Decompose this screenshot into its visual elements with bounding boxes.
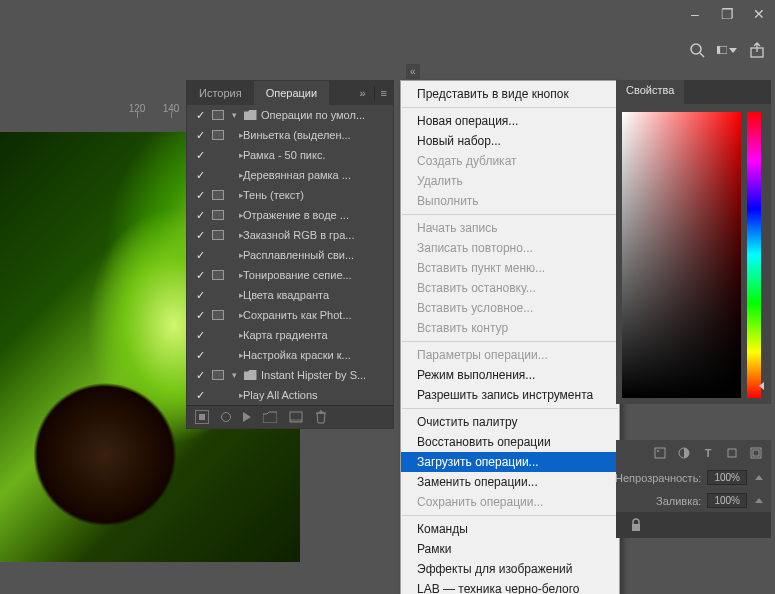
chevron-right-icon[interactable]: ▸ [227, 290, 241, 300]
menu-item[interactable]: Представить в виде кнопок [401, 84, 619, 104]
workspace-icon[interactable] [717, 40, 737, 60]
dialog-toggle[interactable] [209, 230, 227, 240]
action-list: ✓▾Операции по умол...✓▸Виньетка (выделен… [187, 105, 393, 405]
toggle-checkmark[interactable]: ✓ [191, 349, 209, 362]
opacity-dropdown-icon[interactable] [755, 475, 763, 480]
chevron-right-icon[interactable]: ▸ [227, 350, 241, 360]
search-icon[interactable] [687, 40, 707, 60]
action-row[interactable]: ✓▸Тень (текст) [187, 185, 393, 205]
menu-item[interactable]: Восстановить операции [401, 432, 619, 452]
action-row[interactable]: ✓▸Сохранить как Phot... [187, 305, 393, 325]
menu-item[interactable]: Разрешить запись инструмента [401, 385, 619, 405]
toggle-checkmark[interactable]: ✓ [191, 329, 209, 342]
menu-item[interactable]: Рамки [401, 539, 619, 559]
toggle-checkmark[interactable]: ✓ [191, 129, 209, 142]
action-row[interactable]: ✓▸Карта градиента [187, 325, 393, 345]
new-set-icon[interactable] [263, 411, 277, 423]
hue-slider-handle[interactable] [759, 382, 764, 390]
action-row[interactable]: ✓▸Деревянная рамка ... [187, 165, 393, 185]
dialog-toggle[interactable] [209, 270, 227, 280]
chevron-right-icon[interactable]: ▸ [227, 130, 241, 140]
minimize-button[interactable]: – [679, 2, 711, 26]
hue-slider[interactable] [747, 112, 761, 398]
chevron-right-icon[interactable]: ▸ [227, 170, 241, 180]
action-row[interactable]: ✓▸Play All Actions [187, 385, 393, 405]
lock-icon[interactable] [630, 518, 757, 532]
menu-item[interactable]: Загрузить операции... [401, 452, 619, 472]
chevron-right-icon[interactable]: ▸ [227, 230, 241, 240]
chevron-down-icon[interactable]: ▾ [227, 110, 241, 120]
panel-collapse-icon[interactable]: « [406, 64, 420, 79]
menu-item[interactable]: Эффекты для изображений [401, 559, 619, 579]
filter-type-icon[interactable]: T [701, 446, 715, 460]
toggle-checkmark[interactable]: ✓ [191, 369, 209, 382]
menu-item[interactable]: Заменить операции... [401, 472, 619, 492]
play-icon[interactable] [243, 412, 251, 422]
menu-item[interactable]: Новый набор... [401, 131, 619, 151]
menu-item[interactable]: Новая операция... [401, 111, 619, 131]
dialog-toggle[interactable] [209, 210, 227, 220]
chevron-right-icon[interactable]: ▸ [227, 190, 241, 200]
action-row[interactable]: ✓▸Расплавленный сви... [187, 245, 393, 265]
tab-properties[interactable]: Свойства [616, 80, 684, 104]
action-row[interactable]: ✓▸Цвета квадранта [187, 285, 393, 305]
toggle-checkmark[interactable]: ✓ [191, 269, 209, 282]
toggle-checkmark[interactable]: ✓ [191, 289, 209, 302]
stop-record-icon[interactable] [195, 410, 209, 424]
toggle-checkmark[interactable]: ✓ [191, 209, 209, 222]
dialog-toggle[interactable] [209, 110, 227, 120]
action-row[interactable]: ✓▸Настройка краски к... [187, 345, 393, 365]
tab-actions[interactable]: Операции [254, 81, 329, 105]
filter-smart-icon[interactable] [749, 446, 763, 460]
filter-adjustment-icon[interactable] [677, 446, 691, 460]
dialog-toggle[interactable] [209, 310, 227, 320]
action-row[interactable]: ✓▸Виньетка (выделен... [187, 125, 393, 145]
chevron-right-icon[interactable]: ▸ [227, 210, 241, 220]
chevron-right-icon[interactable]: ▸ [227, 150, 241, 160]
panel-menu-icon[interactable]: ≡ [375, 87, 393, 99]
toggle-checkmark[interactable]: ✓ [191, 249, 209, 262]
record-icon[interactable] [221, 412, 231, 422]
new-action-icon[interactable] [289, 411, 303, 423]
action-set-row[interactable]: ✓▾Операции по умол... [187, 105, 393, 125]
close-button[interactable]: ✕ [743, 2, 775, 26]
chevron-right-icon[interactable]: ▸ [227, 250, 241, 260]
share-icon[interactable] [747, 40, 767, 60]
menu-item[interactable]: Команды [401, 519, 619, 539]
menu-item[interactable]: LAB — техника черно-белого [401, 579, 619, 594]
chevron-right-icon[interactable]: ▸ [227, 330, 241, 340]
action-row[interactable]: ✓▸Тонирование сепие... [187, 265, 393, 285]
color-picker[interactable] [616, 104, 771, 404]
chevron-right-icon[interactable]: ▸ [227, 310, 241, 320]
filter-image-icon[interactable] [653, 446, 667, 460]
toggle-checkmark[interactable]: ✓ [191, 389, 209, 402]
tab-history[interactable]: История [187, 81, 254, 105]
action-set-row[interactable]: ✓▾Instant Hipster by S... [187, 365, 393, 385]
toggle-checkmark[interactable]: ✓ [191, 229, 209, 242]
opacity-value[interactable]: 100% [707, 470, 747, 485]
dialog-toggle[interactable] [209, 190, 227, 200]
chevron-right-icon[interactable]: ▸ [227, 390, 241, 400]
chevron-down-icon[interactable]: ▾ [227, 370, 241, 380]
maximize-button[interactable]: ❐ [711, 2, 743, 26]
fill-value[interactable]: 100% [707, 493, 747, 508]
dialog-toggle[interactable] [209, 130, 227, 140]
trash-icon[interactable] [315, 410, 327, 424]
menu-item[interactable]: Очистить палитру [401, 412, 619, 432]
toggle-checkmark[interactable]: ✓ [191, 169, 209, 182]
filter-shape-icon[interactable] [725, 446, 739, 460]
action-row[interactable]: ✓▸Отражение в воде ... [187, 205, 393, 225]
toggle-checkmark[interactable]: ✓ [191, 309, 209, 322]
action-row[interactable]: ✓▸Заказной RGB в гра... [187, 225, 393, 245]
fill-dropdown-icon[interactable] [755, 498, 763, 503]
menu-item[interactable]: Режим выполнения... [401, 365, 619, 385]
color-field[interactable] [622, 112, 741, 398]
chevron-right-icon[interactable]: ▸ [227, 270, 241, 280]
toggle-checkmark[interactable]: ✓ [191, 149, 209, 162]
action-row[interactable]: ✓▸Рамка - 50 пикс. [187, 145, 393, 165]
toggle-checkmark[interactable]: ✓ [191, 189, 209, 202]
toggle-checkmark[interactable]: ✓ [191, 109, 209, 122]
ruler-tick: 140 [154, 103, 188, 114]
dialog-toggle[interactable] [209, 370, 227, 380]
panel-overflow-icon[interactable]: » [351, 87, 373, 99]
